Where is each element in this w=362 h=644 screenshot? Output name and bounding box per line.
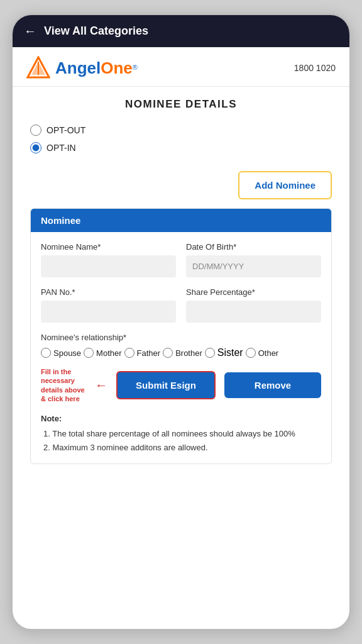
top-bar-title: View All Categories bbox=[44, 25, 148, 38]
rel-brother: Brother bbox=[163, 348, 202, 358]
fill-hint-text: Fill in the necessary details above & cl… bbox=[41, 367, 91, 403]
share-percentage-input[interactable] bbox=[186, 301, 321, 323]
rel-sister-radio[interactable] bbox=[205, 348, 215, 358]
rel-sister-label: Sister bbox=[217, 347, 243, 358]
note-section: Note: 1. The total share percentage of a… bbox=[41, 412, 321, 455]
rel-spouse-radio[interactable] bbox=[41, 348, 51, 358]
rel-mother-label: Mother bbox=[96, 348, 121, 358]
nominee-name-group: Nominee Name* bbox=[41, 242, 176, 277]
rel-father: Father bbox=[124, 348, 161, 358]
add-nominee-button[interactable]: Add Nominee bbox=[238, 171, 332, 199]
remove-button[interactable]: Remove bbox=[224, 372, 321, 398]
nominee-card: Nominee Nominee Name* Date Of Birth* bbox=[30, 208, 332, 464]
share-percentage-group: Share Percentage* bbox=[186, 287, 321, 323]
opt-out-radio[interactable] bbox=[30, 125, 41, 136]
note-item-1: 1. The total share percentage of all nom… bbox=[41, 427, 321, 441]
rel-mother: Mother bbox=[84, 348, 121, 358]
fill-hint-container: Fill in the necessary details above & cl… bbox=[41, 367, 107, 403]
nominee-body: Nominee Name* Date Of Birth* PAN No.* bbox=[31, 232, 331, 464]
nominee-name-label: Nominee Name* bbox=[41, 242, 176, 252]
logo-bar: AngelOne® 1800 1020 bbox=[13, 47, 349, 87]
phone-number: 1800 1020 bbox=[294, 63, 336, 73]
relationship-options: Spouse Mother Father Brother bbox=[41, 347, 321, 358]
rel-sister bbox=[205, 348, 215, 358]
dob-label: Date Of Birth* bbox=[186, 242, 321, 252]
share-percentage-label: Share Percentage* bbox=[186, 287, 321, 297]
rel-other-radio[interactable] bbox=[246, 348, 256, 358]
dob-group: Date Of Birth* bbox=[186, 242, 321, 277]
opt-in-item: OPT-IN bbox=[30, 142, 332, 153]
phone-frame: ← View All Categories AngelOne® 1800 102… bbox=[11, 14, 351, 630]
rel-other: Other bbox=[246, 348, 279, 358]
top-bar: ← View All Categories bbox=[13, 15, 349, 47]
arrow-right-icon: ← bbox=[95, 378, 107, 392]
nominee-header: Nominee bbox=[31, 209, 331, 232]
opt-out-item: OPT-OUT bbox=[30, 125, 332, 136]
rel-father-label: Father bbox=[137, 348, 161, 358]
submit-esign-button[interactable]: Submit Esign bbox=[116, 371, 216, 399]
logo-text: AngelOne® bbox=[55, 58, 138, 78]
nominee-name-input[interactable] bbox=[41, 255, 176, 277]
relationship-section: Nominee's relationship* Spouse Mother bbox=[41, 333, 321, 358]
action-row: Fill in the necessary details above & cl… bbox=[41, 367, 321, 403]
rel-spouse: Spouse bbox=[41, 348, 81, 358]
rel-other-label: Other bbox=[258, 348, 279, 358]
rel-brother-radio[interactable] bbox=[163, 348, 173, 358]
dob-input[interactable] bbox=[186, 255, 321, 277]
rel-spouse-label: Spouse bbox=[53, 348, 81, 358]
opt-in-label: OPT-IN bbox=[47, 143, 76, 153]
rel-mother-radio[interactable] bbox=[84, 348, 94, 358]
rel-father-radio[interactable] bbox=[124, 348, 134, 358]
pan-label: PAN No.* bbox=[41, 287, 176, 297]
page-content: NOMINEE DETAILS OPT-OUT OPT-IN Add Nomin… bbox=[13, 87, 349, 493]
radio-group: OPT-OUT OPT-IN bbox=[30, 125, 332, 153]
opt-out-label: OPT-OUT bbox=[47, 125, 85, 135]
note-item-2: 2. Maximum 3 nominee additons are allowe… bbox=[41, 441, 321, 455]
opt-in-radio[interactable] bbox=[30, 142, 41, 153]
pan-group: PAN No.* bbox=[41, 287, 176, 323]
note-title: Note: bbox=[41, 412, 321, 426]
logo-area: AngelOne® bbox=[26, 56, 138, 80]
logo-triangle-icon bbox=[26, 56, 50, 80]
pan-input[interactable] bbox=[41, 301, 176, 323]
add-nominee-row: Add Nominee bbox=[30, 171, 332, 199]
page-title: NOMINEE DETAILS bbox=[30, 98, 332, 111]
rel-brother-label: Brother bbox=[175, 348, 202, 358]
form-row-1: Nominee Name* Date Of Birth* bbox=[41, 242, 321, 277]
form-row-2: PAN No.* Share Percentage* bbox=[41, 287, 321, 323]
relationship-label: Nominee's relationship* bbox=[41, 333, 321, 342]
back-arrow-icon[interactable]: ← bbox=[24, 24, 36, 38]
